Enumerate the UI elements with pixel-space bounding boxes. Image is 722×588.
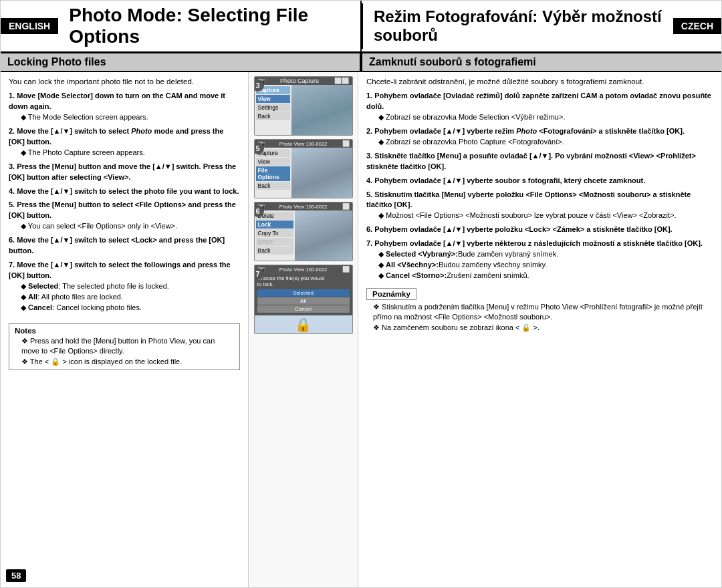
screenshot-bar-7: 📷 Photo View 100-0022 ⬜ [255,265,352,273]
lock-icon-area: 🔒 [255,315,352,333]
step-7-bullet-3: Cancel: Cancel locking photo files. [21,303,240,313]
step-7: 7. Move the [▲/▼] switch to select the f… [9,260,240,313]
step-r1-title: 1. Pohybem ovladače [Ovladač režimů] dol… [366,91,713,112]
bar-icons-6: ⬜ [342,203,350,210]
step-1: 1. Move [Mode Selector] down to turn on … [9,91,240,123]
content-area: You can lock the important photo file no… [1,72,721,587]
photo-3 [291,85,352,135]
header-top: ENGLISH Photo Mode: Selecting File Optio… [1,1,721,52]
dialog-btn-cancel[interactable]: Cancel [257,305,350,313]
title-left: Photo Mode: Selecting File Options [58,1,360,51]
step-r3-title: 3. Stiskněte tlačítko [Menu] a posuňte o… [366,151,713,172]
step-5: 5. Press the [Menu] button to select <Fi… [9,200,240,232]
step-4: 4. Move the [▲/▼] switch to select the p… [9,186,240,197]
step-2-bullet: The Photo Capture screen appears. [21,148,240,158]
screenshot-6: 6 📷 Photo View 100-0022 ⬜ Delete Lock Co… [254,202,353,261]
step-7-bullet-2: All: All photo files are locked. [21,292,240,303]
step-badge-7: 7 [254,268,264,280]
title-right: Režim Fotografování: Výběr možností soub… [362,3,673,49]
step-7-bullet-1: Selected: The selected photo file is loc… [21,281,240,292]
bar-icons-7: ⬜ [342,266,350,273]
step-badge-6: 6 [254,205,264,217]
menu-item-back-3[interactable]: Back [256,112,290,120]
screenshot-bar-5: 📷 Photo View 100-0022 ⬜ [255,140,352,148]
header-lang-right: Režim Fotografování: Výběr možností soub… [362,1,721,51]
screenshot-body-3: Capture View Settings Back [255,85,352,135]
menu-item-view-5[interactable]: View [256,158,290,166]
screenshot-body-5: Capture View File Options Back [255,148,352,198]
screenshot-bar-3: 📷 Photo Capture ⬜⬜ [255,77,352,85]
step-r7-title: 7. Pohybem ovladače [▲/▼] vyberte někter… [366,239,713,249]
step-r7-bullet-1: Selected <Vybraný>:Bude zamčen vybraný s… [378,249,713,260]
step-r6: 6. Pohybem ovladače [▲/▼] vyberte položk… [366,225,713,235]
step-r7-bullet-3: Cancel <Storno>:Zrušení zamčení snímků. [378,271,713,281]
step-r7-bullet-2: All <Všechny>:Budou zamčeny všechny sním… [378,260,713,271]
screenshot-body-7: Choose the file(s) you wouldto lock. Sel… [255,273,352,333]
poznamky-note-1: Stisknutím a podržením tlačítka [Menu] v… [373,302,713,323]
step-r5: 5. Stisknutím tlačítka [Menu] vyberte po… [366,190,713,222]
step-1-title: 1. Move [Mode Selector] down to turn on … [9,91,240,112]
step-r3: 3. Stiskněte tlačítko [Menu] a posuňte o… [366,151,713,172]
dialog-btn-selected[interactable]: Selected [257,289,350,297]
step-badge-3: 3 [254,80,264,92]
english-badge: ENGLISH [1,18,58,34]
step-r5-title: 5. Stisknutím tlačítka [Menu] vyberte po… [366,190,713,211]
screenshot-3: 3 📷 Photo Capture ⬜⬜ Capture View Settin… [254,76,353,136]
menu-item-dpof-6[interactable]: DPOF [256,238,293,246]
menu-item-lock-6[interactable]: Lock [256,220,293,229]
step-r2: 2. Pohybem ovladače [▲/▼] vyberte režim … [366,126,713,148]
menu-item-copyto-6[interactable]: Copy To [256,229,293,237]
screenshots-column: 3 📷 Photo Capture ⬜⬜ Capture View Settin… [248,72,358,587]
step-r2-title: 2. Pohybem ovladače [▲/▼] vyberte režim … [366,126,713,137]
right-text-area: Chcete-li zabránit odstranění, je možné … [358,72,721,587]
bar-text-3: Photo Capture [280,78,319,84]
step-2-title: 2. Move the [▲/▼] switch to select Photo… [9,126,240,148]
step-r5-bullet: Možnost <File Options> <Možnosti souboru… [378,210,713,221]
step-3: 3. Press the [Menu] button and move the … [9,162,240,183]
screenshot-bar-6: 📷 Photo View 100-0022 ⬜ [255,202,352,210]
dialog-box-7: Choose the file(s) you wouldto lock. Sel… [255,273,352,315]
screenshot-7: 7 📷 Photo View 100-0022 ⬜ Choose the fil… [254,265,353,334]
section-header: Locking Photo files Zamknutí souborů s f… [1,52,721,72]
step-1-label: Move [Mode Selector] down to turn on the… [9,92,225,110]
menu-item-view-3[interactable]: View [256,95,290,103]
menu-item-back-6[interactable]: Back [256,247,293,255]
step-6-title: 6. Move the [▲/▼] switch to select <Lock… [9,235,240,257]
step-r2-bullet: Zobrazí se obrazovka Photo Capture <Foto… [378,137,713,148]
photo-5 [291,148,352,198]
left-text-area: You can lock the important photo file no… [1,72,248,587]
bar-text-5: Photo View 100-0022 [279,141,328,147]
note-1: Press and hold the [Menu] button in Phot… [21,336,234,357]
notes-box: Notes Press and hold the [Menu] button i… [9,323,240,370]
step-r1: 1. Pohybem ovladače [Ovladač režimů] dol… [366,91,713,123]
menu-5: Capture View File Options Back [255,148,291,198]
poznamky-note-2: Na zamčeném souboru se zobrazí ikona < 🔒… [373,323,713,333]
menu-item-fileoptions-5[interactable]: File Options [256,166,290,181]
page-number: 58 [6,569,26,582]
steps-right: 1. Pohybem ovladače [Ovladač režimů] dol… [366,91,713,281]
step-3-title: 3. Press the [Menu] button and move the … [9,162,240,183]
dialog-btn-all[interactable]: All [257,297,350,305]
bar-icons-3: ⬜⬜ [334,78,349,84]
step-r4: 4. Pohybem ovladače [▲/▼] vyberte soubor… [366,176,713,186]
section-right: Zamknutí souborů s fotografiemi [361,52,721,72]
step-5-title: 5. Press the [Menu] button to select <Fi… [9,200,240,221]
photo-6 [295,210,352,261]
dialog-title-7: Choose the file(s) you wouldto lock. [257,275,350,287]
poznamky-title: Poznámky [366,288,416,300]
menu-3: Capture View Settings Back [255,85,291,135]
poznamky-box: Poznámky Stisknutím a podržením tlačítka… [366,288,713,333]
menu-item-settings-3[interactable]: Settings [256,104,290,112]
notes-title: Notes [15,327,234,335]
step-r1-bullet: Zobrazí se obrazovka Mode Selection <Výb… [378,112,713,123]
step-5-bullet: You can select <File Options> only in <V… [21,221,240,232]
step-7-title: 7. Move the [▲/▼] switch to select the f… [9,260,240,281]
screenshot-body-6: Delete Lock Copy To DPOF Back [255,210,352,261]
note-2: The < 🔒 > icon is displayed on the locke… [21,357,234,367]
menu-6: Delete Lock Copy To DPOF Back [255,210,295,261]
screenshot-5: 5 📷 Photo View 100-0022 ⬜ Capture View F… [254,139,353,198]
menu-item-back-5[interactable]: Back [256,182,290,190]
steps-left: 1. Move [Mode Selector] down to turn on … [9,91,240,317]
step-4-title: 4. Move the [▲/▼] switch to select the p… [9,186,240,197]
step-6: 6. Move the [▲/▼] switch to select <Lock… [9,235,240,257]
